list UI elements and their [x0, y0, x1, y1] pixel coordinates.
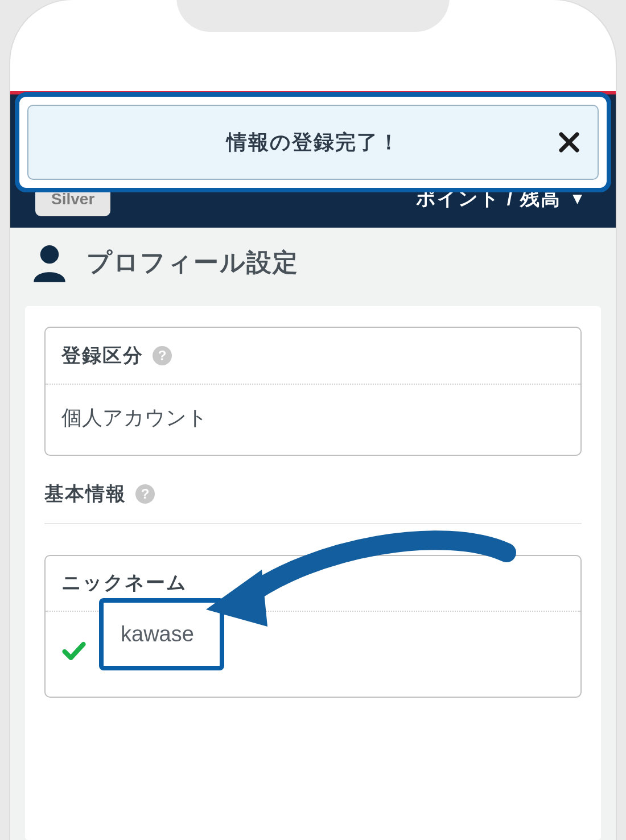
registration-type-label: 登録区分 [61, 343, 143, 369]
toast-message: 情報の登録完了！ [226, 129, 400, 157]
basic-info-heading: 基本情報 ? [44, 481, 582, 524]
registration-type-header: 登録区分 ? [46, 328, 580, 385]
page-title: プロフィール設定 [87, 246, 299, 279]
help-icon[interactable]: ? [135, 484, 155, 504]
app-screen: Silver ポイント / 残高 ▾ 情報の登録完了！ [10, 91, 616, 840]
toast-banner: 情報の登録完了！ [15, 92, 611, 192]
registration-type-value: 個人アカウント [46, 385, 580, 455]
user-icon [28, 241, 71, 283]
toast-banner-inner: 情報の登録完了！ [27, 105, 599, 180]
registration-type-panel: 登録区分 ? 個人アカウント [44, 327, 582, 456]
nickname-body: kawase [46, 612, 580, 697]
membership-tier-text: Silver [51, 190, 94, 208]
page-title-row: プロフィール設定 [28, 241, 299, 283]
phone-notch [176, 0, 450, 32]
nickname-label: ニックネーム [61, 571, 187, 593]
nickname-value: kawase [121, 622, 194, 646]
nickname-value-highlight: kawase [99, 598, 224, 670]
svg-point-2 [40, 245, 59, 263]
close-icon [558, 131, 580, 154]
help-icon[interactable]: ? [153, 346, 172, 365]
check-icon [61, 638, 87, 663]
nickname-panel: ニックネーム kawase [44, 555, 582, 698]
toast-close-button[interactable] [553, 126, 585, 158]
basic-info-label: 基本情報 [44, 481, 126, 507]
phone-frame: Silver ポイント / 残高 ▾ 情報の登録完了！ [10, 0, 616, 840]
settings-card: 登録区分 ? 個人アカウント 基本情報 ? ニックネーム [25, 306, 601, 840]
